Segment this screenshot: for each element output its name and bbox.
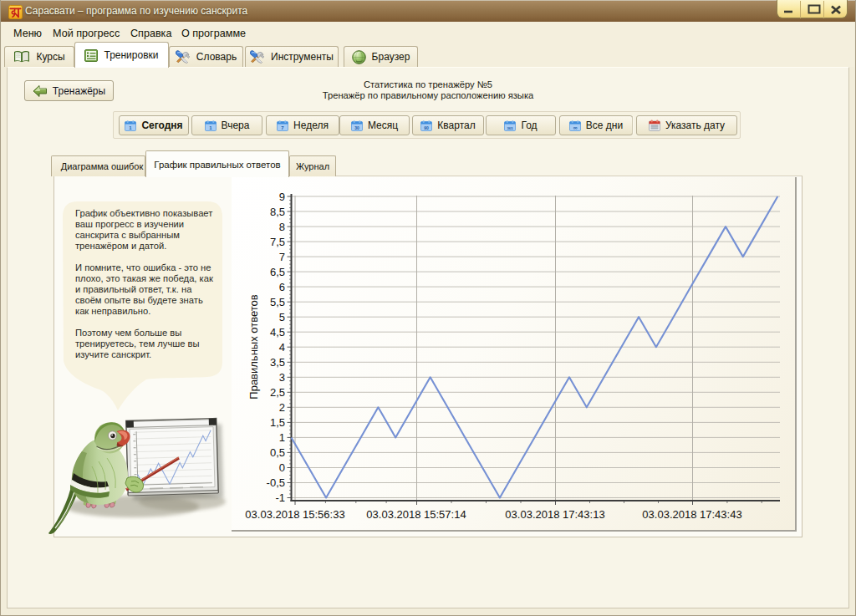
svg-text:03.03.2018 17:43:13: 03.03.2018 17:43:13 [505,508,604,521]
svg-text:9: 9 [279,191,285,203]
svg-text:2: 2 [279,401,285,414]
svg-text:3,5: 3,5 [270,356,285,369]
svg-text:5: 5 [279,311,285,323]
svg-text:03.03.2018 17:43:43: 03.03.2018 17:43:43 [642,508,741,521]
svg-text:03.03.2018 15:56:33: 03.03.2018 15:56:33 [245,508,344,521]
svg-text:8,5: 8,5 [270,206,285,218]
svg-text:7,5: 7,5 [270,236,285,248]
svg-text:1: 1 [279,431,285,444]
svg-text:03.03.2018 15:57:14: 03.03.2018 15:57:14 [366,508,466,521]
svg-text:5,5: 5,5 [270,296,285,308]
svg-text:-1: -1 [275,491,285,504]
svg-text:8: 8 [279,221,285,233]
svg-text:0: 0 [279,461,285,474]
svg-text:2,5: 2,5 [270,386,285,399]
svg-text:7: 7 [279,251,285,263]
svg-text:0,5: 0,5 [270,446,285,459]
svg-text:4,5: 4,5 [270,326,285,339]
svg-text:4: 4 [279,341,285,354]
svg-text:-0,5: -0,5 [267,476,285,489]
svg-text:1,5: 1,5 [270,416,285,429]
svg-text:6: 6 [279,281,285,293]
svg-text:Правильных ответов: Правильных ответов [247,294,260,399]
svg-text:3: 3 [279,371,285,384]
svg-text:6,5: 6,5 [270,266,285,278]
